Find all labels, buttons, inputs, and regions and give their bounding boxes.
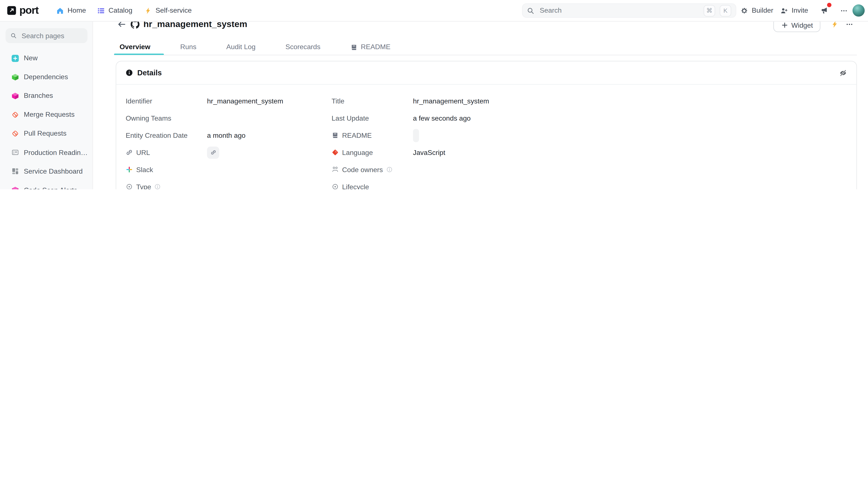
sidebar-item-branches[interactable]: Branches [0,87,92,105]
sidebar-item-label: Pull Requests [24,130,67,137]
field-label-zone: Slack [126,166,207,173]
detail-field-row: Identifierhr_management_system [126,92,332,109]
sidebar-item-label: Code Scan Alerts [24,186,77,189]
readme-pill [413,129,419,142]
entity-tabs: Overview Runs Audit Log Scorecards READM… [114,39,396,55]
detail-field-row: Owning Teams [126,109,332,127]
sidebar-search[interactable] [6,28,88,43]
field-label-zone: URL [126,149,207,156]
tab-audit-log[interactable]: Audit Log [221,39,261,55]
tab-overview[interactable]: Overview [114,39,156,55]
sidebar-item-service-dashboard[interactable]: Service Dashboard [0,162,92,181]
details-right-column: Titlehr_management_systemLast Updatea fe… [332,92,847,189]
tab-runs[interactable]: Runs [175,39,202,55]
field-label: Type [136,183,151,189]
field-label: README [342,131,372,139]
sidebar-item-dependencies[interactable]: Dependencies [0,68,92,87]
detail-field-row: README [332,127,847,144]
sidebar-search-input[interactable] [21,31,83,40]
field-label: Code owners [342,166,383,173]
widget-button-label: Widget [791,21,813,29]
form-icon [11,149,19,156]
sidebar-items: NewDependenciesBranchesMerge RequestsPul… [0,49,92,189]
sidebar-item-merge-requests[interactable]: Merge Requests [0,105,92,124]
gear-icon [741,7,748,14]
dashboard-icon [11,168,19,175]
field-label-zone: Owning Teams [126,114,207,122]
tab-label: Scorecards [285,43,320,51]
cube-icon [11,92,19,100]
invite-button[interactable]: Invite [781,0,808,21]
sidebar-item-code-scan-alerts[interactable]: Code Scan Alerts [0,181,92,189]
global-search-input[interactable] [538,6,699,15]
sidebar-item-label: New [24,54,38,62]
field-value-zone: a month ago [207,131,245,139]
detail-field-row: Lifecycle [332,178,847,189]
sidebar-item-production-readin[interactable]: Production Readin… [0,143,92,162]
nav-item-catalog[interactable]: Catalog [97,0,132,21]
nav-more-button[interactable] [840,0,847,21]
field-value-zone [413,129,419,142]
tab-readme[interactable]: README [345,39,396,55]
detail-field-row: URL [126,144,332,161]
builder-button[interactable]: Builder [741,0,773,21]
more-dots-icon [840,7,847,14]
nav-item-home[interactable]: Home [57,0,86,21]
language-icon [332,149,339,156]
field-label: Entity Creation Date [126,131,187,139]
global-search[interactable]: ⌘ K [522,3,736,18]
search-icon [527,7,534,14]
field-label-zone: Identifier [126,97,207,105]
target-icon [126,183,133,189]
field-label-zone: Last Update [332,114,413,122]
nav-item-label: Self-service [155,7,191,14]
field-label: Identifier [126,97,152,105]
field-label: Lifecycle [342,183,369,189]
nav-item-label: Catalog [108,7,132,14]
k-key: K [720,5,731,16]
tab-scorecards[interactable]: Scorecards [280,39,326,55]
field-label: URL [136,149,150,156]
app-window: port Home Catalog Self-service ⌘ K Build… [0,0,868,189]
plus-icon [781,22,788,29]
target-icon [332,183,339,189]
tabs-divider [114,55,857,55]
field-value-zone: JavaScript [413,149,445,156]
info-icon [154,184,160,189]
avatar[interactable] [852,4,865,17]
url-link-button[interactable] [207,147,219,159]
sidebar-item-label: Production Readin… [24,149,88,156]
sidebar-item-new[interactable]: New [0,49,92,68]
field-value-zone: hr_management_system [207,97,283,105]
field-label-zone: Entity Creation Date [126,131,207,139]
sidebar-item-pull-requests[interactable]: Pull Requests [0,124,92,143]
actions-bolt-icon[interactable] [831,21,839,28]
header-more-button[interactable] [846,21,853,28]
eye-off-icon[interactable] [839,69,847,76]
invite-label: Invite [792,7,808,14]
link-icon [210,149,216,155]
tab-label: Runs [180,43,196,51]
sidebar-item-label: Service Dashboard [24,167,83,175]
sidebar-item-label: Dependencies [24,73,68,81]
sidebar-item-label: Merge Requests [24,111,74,119]
builder-label: Builder [752,7,773,14]
field-label-zone: Code owners [332,166,413,173]
detail-field-row: Titlehr_management_system [332,92,847,109]
port-logo[interactable]: port [7,4,39,17]
details-card: Details Identifierhr_management_systemOw… [116,61,857,189]
field-label-zone: Language [332,149,413,156]
info-icon [126,69,133,76]
notification-dot [827,2,832,8]
details-left-column: Identifierhr_management_systemOwning Tea… [126,92,332,189]
catalog-icon [97,7,105,14]
code-owners-icon [332,166,339,173]
detail-field-row: Last Updatea few seconds ago [332,109,847,127]
cube-icon [11,187,19,189]
detail-field-row: Entity Creation Datea month ago [126,127,332,144]
book-icon [350,43,358,51]
plus-square-icon [11,55,19,62]
detail-field-row: Code owners [332,161,847,178]
tab-label: Audit Log [226,43,255,51]
nav-item-self-service[interactable]: Self-service [145,0,192,21]
